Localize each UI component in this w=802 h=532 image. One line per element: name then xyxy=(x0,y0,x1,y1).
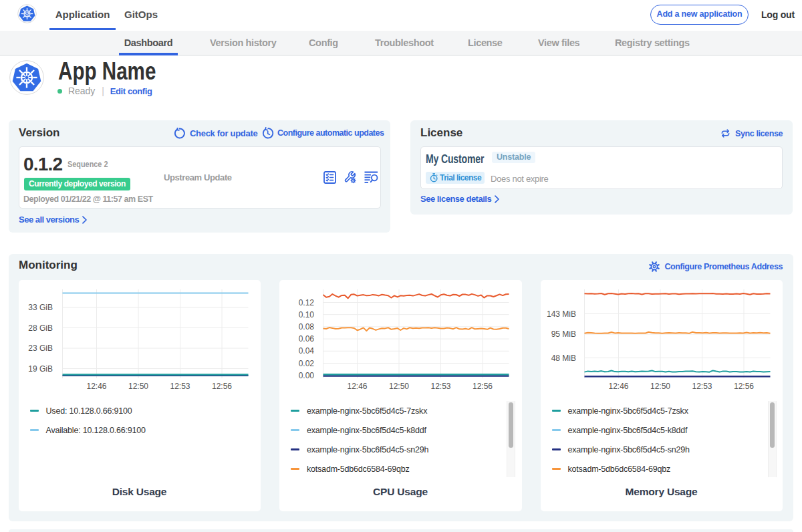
svg-text:12:46: 12:46 xyxy=(347,382,367,391)
svg-text:12:50: 12:50 xyxy=(128,382,148,391)
svg-text:19 GiB: 19 GiB xyxy=(28,364,53,374)
svg-text:12:53: 12:53 xyxy=(692,382,712,391)
svg-text:12:46: 12:46 xyxy=(86,382,106,391)
svg-text:0.08: 0.08 xyxy=(299,322,315,331)
svg-text:33 GiB: 33 GiB xyxy=(28,303,53,312)
svg-text:0.06: 0.06 xyxy=(299,334,315,344)
svg-text:0.04: 0.04 xyxy=(299,346,315,356)
svg-text:12:56: 12:56 xyxy=(473,382,493,391)
svg-text:12:50: 12:50 xyxy=(389,382,409,391)
svg-text:12:56: 12:56 xyxy=(733,382,753,391)
svg-text:12:50: 12:50 xyxy=(650,382,670,391)
svg-text:12:53: 12:53 xyxy=(170,382,190,391)
svg-text:23 GiB: 23 GiB xyxy=(28,344,53,353)
svg-text:0.12: 0.12 xyxy=(299,298,315,307)
svg-text:0.02: 0.02 xyxy=(299,359,315,368)
svg-text:0.10: 0.10 xyxy=(299,310,315,319)
svg-text:12:46: 12:46 xyxy=(608,382,628,391)
svg-text:12:53: 12:53 xyxy=(430,382,450,391)
svg-text:95 MiB: 95 MiB xyxy=(551,329,575,339)
svg-text:48 MiB: 48 MiB xyxy=(551,354,575,363)
svg-text:0.00: 0.00 xyxy=(299,371,315,380)
svg-text:143 MiB: 143 MiB xyxy=(546,309,575,319)
svg-text:12:56: 12:56 xyxy=(211,382,231,391)
svg-text:28 GiB: 28 GiB xyxy=(28,323,53,333)
